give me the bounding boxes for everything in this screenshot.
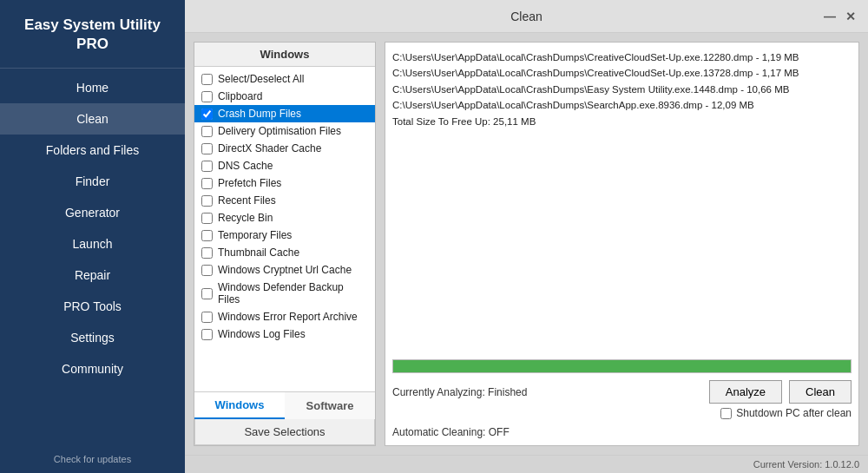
checklist-item-1[interactable]: Clipboard	[194, 88, 375, 105]
file-line-3: C:\Users\User\AppData\Local\CrashDumps\S…	[392, 97, 852, 113]
checklist-label-5: DNS Cache	[218, 160, 273, 172]
checklist-item-12[interactable]: Windows Defender Backup Files	[194, 279, 375, 308]
right-panel: C:\Users\User\AppData\Local\CrashDumps\C…	[385, 42, 859, 446]
status-text: Currently Analyzing: Finished	[392, 386, 702, 398]
checklist-item-6[interactable]: Prefetch Files	[194, 174, 375, 192]
title-bar-controls: — ✕	[823, 10, 858, 23]
save-selections-button[interactable]: Save Selections	[194, 419, 375, 445]
shutdown-checkbox[interactable]	[720, 408, 732, 419]
shutdown-row: Shutdown PC after clean	[385, 407, 858, 424]
checklist-checkbox-3[interactable]	[201, 126, 213, 137]
checklist-label-7: Recent Files	[218, 194, 276, 207]
sidebar-item-finder[interactable]: Finder	[0, 166, 185, 197]
file-line-1: C:\Users\User\AppData\Local\CrashDumps\C…	[392, 65, 852, 81]
file-list-area: C:\Users\User\AppData\Local\CrashDumps\C…	[385, 43, 858, 354]
checklist-label-3: Delivery Optimisation Files	[218, 125, 341, 137]
checklist-label-1: Clipboard	[218, 90, 262, 102]
checklist-item-9[interactable]: Temporary Files	[194, 227, 375, 244]
sidebar-item-settings[interactable]: Settings	[0, 322, 185, 353]
sidebar: Easy System Utility PRO HomeCleanFolders…	[0, 0, 185, 473]
checklist-checkbox-7[interactable]	[201, 195, 213, 207]
main-content: Clean — ✕ Windows Select/Deselect AllCli…	[185, 0, 868, 473]
app-title: Easy System Utility PRO	[0, 0, 185, 69]
close-button[interactable]: ✕	[844, 10, 858, 23]
sidebar-nav: HomeCleanFolders and FilesFinderGenerato…	[0, 72, 185, 445]
checklist-checkbox-2[interactable]	[201, 108, 213, 120]
file-line-4: Total Size To Free Up: 25,11 MB	[392, 114, 852, 129]
sidebar-item-repair[interactable]: Repair	[0, 259, 185, 291]
body-area: Windows Select/Deselect AllClipboardCras…	[185, 33, 868, 455]
checklist-label-2: Crash Dump Files	[218, 108, 301, 120]
checklist-checkbox-10[interactable]	[201, 247, 213, 259]
sidebar-item-clean[interactable]: Clean	[0, 103, 185, 135]
checklist-checkbox-1[interactable]	[201, 91, 213, 102]
file-line-0: C:\Users\User\AppData\Local\CrashDumps\C…	[392, 49, 852, 65]
tab-windows[interactable]: Windows	[194, 392, 285, 419]
checklist-checkbox-4[interactable]	[201, 143, 213, 154]
checklist-label-14: Windows Log Files	[218, 328, 306, 340]
tab-software[interactable]: Software	[285, 392, 375, 419]
checklist-item-14[interactable]: Windows Log Files	[194, 325, 375, 343]
checklist-checkbox-12[interactable]	[201, 288, 213, 299]
checklist-item-4[interactable]: DirectX Shader Cache	[194, 140, 375, 157]
checklist-label-0: Select/Deselect All	[218, 73, 304, 85]
auto-clean-row: Automatic Cleaning: OFF	[385, 424, 858, 445]
checklist-item-3[interactable]: Delivery Optimisation Files	[194, 122, 375, 140]
checklist-label-13: Windows Error Report Archive	[218, 311, 358, 323]
sidebar-item-community[interactable]: Community	[0, 353, 185, 384]
checklist-label-10: Thumbnail Cache	[218, 246, 299, 259]
tab-row: WindowsSoftware	[194, 391, 375, 419]
sidebar-item-folders-files[interactable]: Folders and Files	[0, 135, 185, 166]
checklist-item-10[interactable]: Thumbnail Cache	[194, 244, 375, 261]
checklist-checkbox-6[interactable]	[201, 178, 213, 189]
checklist-item-7[interactable]: Recent Files	[194, 192, 375, 209]
sidebar-item-generator[interactable]: Generator	[0, 197, 185, 228]
shutdown-label[interactable]: Shutdown PC after clean	[736, 407, 852, 419]
bottom-controls: Currently Analyzing: Finished Analyze Cl…	[385, 377, 858, 407]
progress-bar-fill	[393, 360, 851, 372]
file-line-2: C:\Users\User\AppData\Local\CrashDumps\E…	[392, 82, 852, 97]
checklist-item-5[interactable]: DNS Cache	[194, 157, 375, 174]
checklist-checkbox-9[interactable]	[201, 230, 213, 241]
checklist-item-8[interactable]: Recycle Bin	[194, 209, 375, 227]
checklist-checkbox-13[interactable]	[201, 312, 213, 323]
version-bar: Current Version: 1.0.12.0	[185, 455, 868, 473]
checklist-label-6: Prefetch Files	[218, 177, 281, 189]
sidebar-item-pro-tools[interactable]: PRO Tools	[0, 291, 185, 322]
title-bar-title: Clean	[230, 10, 823, 23]
checklist-item-0[interactable]: Select/Deselect All	[194, 70, 375, 88]
progress-bar-container	[392, 359, 852, 373]
left-panel: Windows Select/Deselect AllClipboardCras…	[194, 42, 376, 446]
checklist-checkbox-11[interactable]	[201, 265, 213, 276]
checklist: Select/Deselect AllClipboardCrash Dump F…	[194, 67, 375, 391]
check-updates-link[interactable]: Check for updates	[45, 445, 140, 473]
checklist-checkbox-8[interactable]	[201, 213, 213, 224]
checklist-label-11: Windows Cryptnet Url Cache	[218, 264, 352, 276]
checklist-label-9: Temporary Files	[218, 229, 292, 241]
checklist-item-11[interactable]: Windows Cryptnet Url Cache	[194, 261, 375, 279]
checklist-checkbox-0[interactable]	[201, 74, 213, 85]
checklist-checkbox-5[interactable]	[201, 161, 213, 172]
checklist-label-12: Windows Defender Backup Files	[218, 281, 368, 305]
analyze-button[interactable]: Analyze	[709, 380, 782, 404]
checklist-label-8: Recycle Bin	[218, 212, 273, 224]
sidebar-item-home[interactable]: Home	[0, 72, 185, 103]
sidebar-item-launch[interactable]: Launch	[0, 228, 185, 259]
checklist-checkbox-14[interactable]	[201, 329, 213, 340]
minimize-button[interactable]: —	[823, 10, 837, 23]
checklist-item-13[interactable]: Windows Error Report Archive	[194, 308, 375, 325]
left-panel-header: Windows	[194, 43, 375, 67]
clean-button[interactable]: Clean	[789, 380, 852, 404]
title-bar: Clean — ✕	[185, 0, 868, 33]
checklist-label-4: DirectX Shader Cache	[218, 142, 321, 154]
checklist-item-2[interactable]: Crash Dump Files	[194, 105, 375, 122]
